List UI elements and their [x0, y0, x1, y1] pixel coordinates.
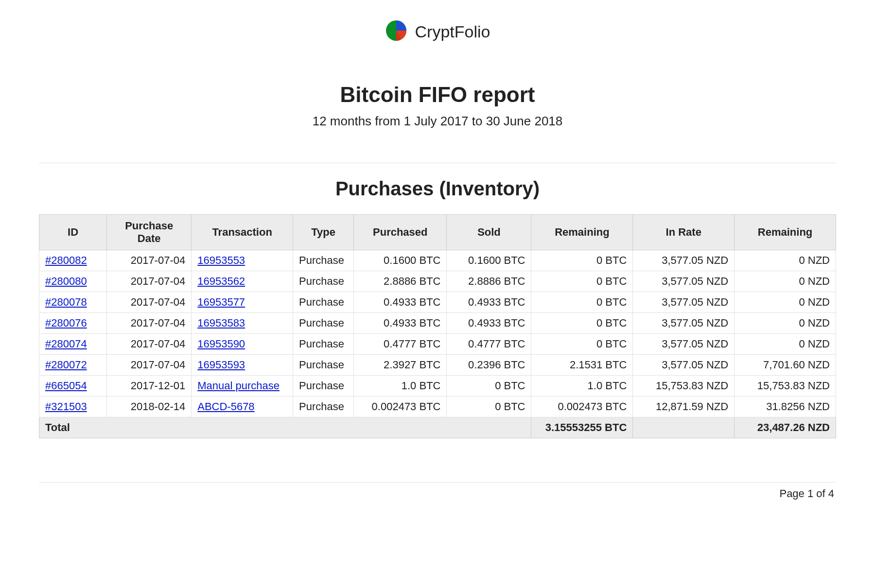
table-row: #2800742017-07-0416953590Purchase0.4777 …	[39, 334, 836, 355]
total-remaining-btc: 3.15553255 BTC	[531, 417, 633, 438]
table-row: #6650542017-12-01Manual purchasePurchase…	[39, 376, 836, 397]
id-link[interactable]: #280078	[45, 296, 87, 308]
table-row: #2800822017-07-0416953553Purchase0.1600 …	[39, 250, 836, 271]
report-title: Bitcoin FIFO report	[39, 83, 836, 107]
cell-type: Purchase	[293, 250, 354, 271]
total-rate-blank	[633, 417, 735, 438]
cell-purchased: 0.002473 BTC	[354, 397, 447, 417]
cell-date: 2018-02-14	[107, 397, 192, 417]
divider	[39, 163, 836, 163]
transaction-link[interactable]: 16953593	[197, 359, 245, 371]
cell-remaining-nzd: 31.8256 NZD	[735, 397, 836, 417]
cell-type: Purchase	[293, 334, 354, 355]
cell-remaining-nzd: 7,701.60 NZD	[735, 355, 836, 376]
col-purchased: Purchased	[354, 215, 447, 250]
cell-sold: 0.4777 BTC	[447, 334, 531, 355]
transaction-link[interactable]: 16953562	[197, 275, 245, 287]
cell-rate: 3,577.05 NZD	[633, 292, 735, 313]
transaction-link[interactable]: Manual purchase	[197, 380, 280, 392]
col-purchase-date: Purchase Date	[107, 215, 192, 250]
purchases-table: ID Purchase Date Transaction Type Purcha…	[39, 214, 836, 438]
section-title: Purchases (Inventory)	[39, 178, 836, 200]
cell-remaining-nzd: 0 NZD	[735, 271, 836, 292]
id-link[interactable]: #280080	[45, 275, 87, 287]
id-link[interactable]: #280076	[45, 317, 87, 329]
cell-rate: 3,577.05 NZD	[633, 250, 735, 271]
cell-purchased: 1.0 BTC	[354, 376, 447, 397]
table-row: #2800762017-07-0416953583Purchase0.4933 …	[39, 313, 836, 334]
transaction-link[interactable]: 16953590	[197, 338, 245, 350]
transaction-link[interactable]: 16953577	[197, 296, 245, 308]
cell-remaining-nzd: 0 NZD	[735, 292, 836, 313]
page-number: Page 1 of 4	[39, 487, 836, 500]
col-id: ID	[39, 215, 107, 250]
cell-sold: 0 BTC	[447, 397, 531, 417]
id-link[interactable]: #321503	[45, 400, 87, 413]
transaction-link[interactable]: 16953553	[197, 254, 245, 266]
id-link[interactable]: #665054	[45, 380, 87, 392]
table-row: #2800722017-07-0416953593Purchase2.3927 …	[39, 355, 836, 376]
cell-type: Purchase	[293, 313, 354, 334]
brand-header: CryptFolio	[39, 19, 836, 44]
total-label: Total	[39, 417, 531, 438]
cell-type: Purchase	[293, 292, 354, 313]
cell-date: 2017-07-04	[107, 271, 192, 292]
cell-purchased: 0.4777 BTC	[354, 334, 447, 355]
cell-sold: 0.2396 BTC	[447, 355, 531, 376]
cell-date: 2017-07-04	[107, 250, 192, 271]
pie-chart-icon	[385, 19, 407, 44]
cell-remaining-btc: 0 BTC	[531, 334, 633, 355]
cell-remaining-btc: 0 BTC	[531, 271, 633, 292]
col-remaining-nzd: Remaining	[735, 215, 836, 250]
cell-remaining-nzd: 15,753.83 NZD	[735, 376, 836, 397]
cell-rate: 3,577.05 NZD	[633, 313, 735, 334]
cell-type: Purchase	[293, 355, 354, 376]
id-link[interactable]: #280082	[45, 254, 87, 266]
brand-name: CryptFolio	[415, 22, 490, 41]
cell-purchased: 0.4933 BTC	[354, 313, 447, 334]
cell-remaining-btc: 1.0 BTC	[531, 376, 633, 397]
cell-sold: 0.4933 BTC	[447, 292, 531, 313]
report-subtitle: 12 months from 1 July 2017 to 30 June 20…	[39, 114, 836, 129]
cell-date: 2017-07-04	[107, 355, 192, 376]
cell-rate: 12,871.59 NZD	[633, 397, 735, 417]
cell-rate: 15,753.83 NZD	[633, 376, 735, 397]
cell-date: 2017-12-01	[107, 376, 192, 397]
id-link[interactable]: #280074	[45, 338, 87, 350]
cell-date: 2017-07-04	[107, 292, 192, 313]
cell-purchased: 0.1600 BTC	[354, 250, 447, 271]
transaction-link[interactable]: ABCD-5678	[197, 400, 254, 413]
col-in-rate: In Rate	[633, 215, 735, 250]
cell-remaining-btc: 0 BTC	[531, 250, 633, 271]
cell-rate: 3,577.05 NZD	[633, 355, 735, 376]
cell-type: Purchase	[293, 376, 354, 397]
cell-remaining-nzd: 0 NZD	[735, 313, 836, 334]
id-link[interactable]: #280072	[45, 359, 87, 371]
cell-rate: 3,577.05 NZD	[633, 334, 735, 355]
table-row: #2800802017-07-0416953562Purchase2.8886 …	[39, 271, 836, 292]
cell-remaining-btc: 0.002473 BTC	[531, 397, 633, 417]
cell-remaining-btc: 2.1531 BTC	[531, 355, 633, 376]
cell-purchased: 0.4933 BTC	[354, 292, 447, 313]
total-row: Total 3.15553255 BTC 23,487.26 NZD	[39, 417, 836, 438]
transaction-link[interactable]: 16953583	[197, 317, 245, 329]
table-row: #2800782017-07-0416953577Purchase0.4933 …	[39, 292, 836, 313]
total-remaining-nzd: 23,487.26 NZD	[735, 417, 836, 438]
cell-sold: 2.8886 BTC	[447, 271, 531, 292]
cell-sold: 0 BTC	[447, 376, 531, 397]
footer-divider	[39, 482, 836, 483]
cell-type: Purchase	[293, 271, 354, 292]
cell-rate: 3,577.05 NZD	[633, 271, 735, 292]
col-transaction: Transaction	[192, 215, 293, 250]
col-sold: Sold	[447, 215, 531, 250]
cell-type: Purchase	[293, 397, 354, 417]
cell-sold: 0.1600 BTC	[447, 250, 531, 271]
cell-date: 2017-07-04	[107, 334, 192, 355]
table-row: #3215032018-02-14ABCD-5678Purchase0.0024…	[39, 397, 836, 417]
cell-remaining-btc: 0 BTC	[531, 292, 633, 313]
cell-sold: 0.4933 BTC	[447, 313, 531, 334]
col-type: Type	[293, 215, 354, 250]
cell-purchased: 2.3927 BTC	[354, 355, 447, 376]
report-page: CryptFolio Bitcoin FIFO report 12 months…	[0, 0, 875, 515]
cell-remaining-btc: 0 BTC	[531, 313, 633, 334]
